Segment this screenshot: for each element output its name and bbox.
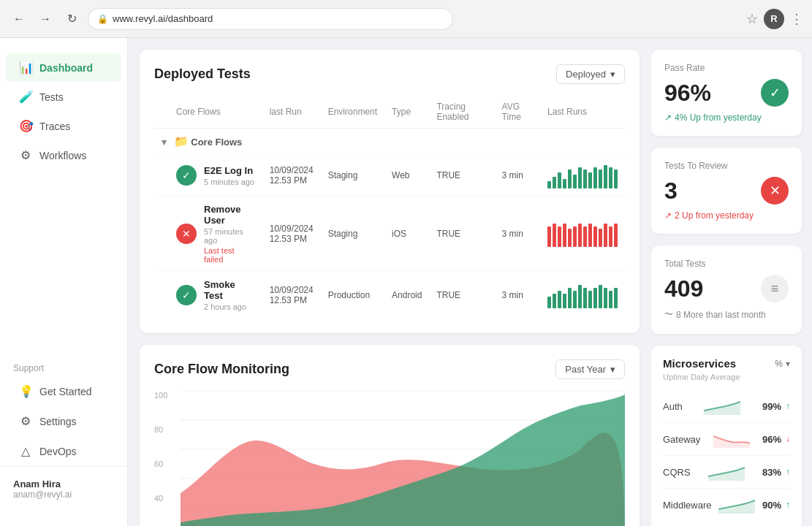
bar-segment — [558, 291, 561, 308]
total-tests-icon: ≡ — [761, 275, 789, 302]
col-environment: Environment — [321, 96, 384, 129]
last-run-time: 12.53 PM — [270, 175, 314, 186]
sparkline — [718, 496, 755, 514]
bar-segment — [593, 167, 597, 188]
sidebar-label-dashboard: Dashboard — [39, 62, 93, 74]
status-pass-badge: ✓ — [176, 285, 197, 305]
col-tracing: Tracing Enabled — [429, 96, 494, 129]
microservices-pct-toggle[interactable]: % ▾ — [775, 359, 790, 369]
bar-segment — [578, 167, 582, 188]
chart-header: Core Flow Monitoring Past Year ▾ — [154, 359, 625, 379]
table-row[interactable]: ✕ Remove User 57 minutes ago Last test f… — [154, 197, 625, 272]
bar-segment — [558, 172, 561, 188]
bar-segment — [563, 224, 566, 247]
back-button[interactable]: ← — [9, 9, 29, 29]
bar-segment — [573, 226, 577, 247]
app-container: 📊 Dashboard 🧪 Tests 🎯 Traces ⚙ Workflows… — [0, 0, 812, 526]
test-time-ago: 5 minutes ago — [204, 178, 254, 186]
sidebar-item-get-started[interactable]: 💡 Get Started — [6, 377, 121, 405]
tests-table: Core Flows last Run Environment Type Tra… — [154, 96, 625, 319]
bar-segment — [578, 285, 582, 308]
address-bar[interactable]: 🔒 www.revyl.ai/dashboard — [88, 8, 453, 30]
settings-icon: ⚙ — [19, 414, 32, 428]
environment-cell: Staging — [321, 197, 384, 272]
chart-filter-dropdown[interactable]: Past Year ▾ — [555, 359, 625, 379]
type-cell: Web — [384, 155, 429, 197]
chart-svg — [181, 391, 625, 526]
chevron-down-icon: ▾ — [610, 69, 615, 80]
profile-avatar[interactable]: R — [764, 9, 784, 29]
core-flow-monitoring-card: Core Flow Monitoring Past Year ▾ 100 80 … — [140, 345, 640, 526]
bar-segment — [568, 229, 572, 247]
col-type: Type — [384, 96, 429, 129]
forward-button[interactable]: → — [35, 9, 56, 29]
test-name-cell: ✓ E2E Log In 5 minutes ago — [176, 165, 255, 186]
sidebar-label-tests: Tests — [39, 91, 64, 103]
pass-rate-card: Pass Rate 96% ✓ ↗ 4% Up from yesterday — [651, 50, 802, 136]
sidebar-item-dashboard[interactable]: 📊 Dashboard — [6, 53, 121, 82]
bar-segment — [604, 224, 607, 247]
bar-segment — [599, 169, 602, 188]
sidebar-item-traces[interactable]: 🎯 Traces — [6, 112, 121, 140]
dashboard-icon: 📊 — [19, 61, 32, 75]
group-chevron-icon[interactable]: ▾ — [162, 137, 167, 148]
microservice-name: Middleware — [663, 500, 711, 511]
total-tests-label: Total Tests — [664, 259, 789, 269]
get-started-icon: 💡 — [19, 384, 32, 398]
bar-segment — [547, 226, 551, 247]
bar-segment — [588, 172, 592, 188]
sidebar-item-tests[interactable]: 🧪 Tests — [6, 83, 121, 111]
microservice-name: Auth — [663, 401, 683, 412]
microservice-pct: 90% — [762, 500, 781, 511]
sparkline — [708, 463, 745, 481]
browser-menu-button[interactable]: ⋮ — [790, 11, 803, 27]
environment-cell: Production — [321, 272, 384, 319]
pass-rate-label: Pass Rate — [664, 63, 789, 73]
last-run-time: 12.53 PM — [270, 234, 314, 244]
bar-segment — [583, 169, 587, 188]
bar-segment — [573, 291, 577, 308]
chart-y-labels: 100 80 60 40 20 — [154, 391, 181, 526]
sidebar-label-devops: DevOps — [39, 446, 77, 457]
sidebar-label-settings: Settings — [39, 416, 77, 427]
test-name-cell: ✓ Smoke Test 2 hours ago — [176, 279, 255, 311]
lock-icon: 🔒 — [97, 14, 108, 24]
chart-area — [181, 391, 625, 526]
tests-to-review-value: 3 — [664, 178, 678, 205]
tests-to-review-trend: ↗ 2 Up from yesterday — [664, 210, 789, 221]
table-row[interactable]: ✓ Smoke Test 2 hours ago 10/09/2024 12.5… — [154, 272, 625, 319]
mini-bars — [547, 282, 618, 308]
status-fail-badge: ✕ — [176, 224, 197, 244]
deployed-tests-header: Deployed Tests Deployed ▾ — [154, 64, 625, 84]
bar-segment — [614, 224, 618, 247]
deployed-dropdown[interactable]: Deployed ▾ — [556, 64, 625, 84]
pass-rate-icon: ✓ — [761, 79, 789, 107]
tracing-cell: TRUE — [429, 197, 494, 272]
microservice-row: CQRS 83% ↑ — [663, 456, 790, 489]
bar-segment — [593, 226, 597, 247]
avg-time-cell: 3 min — [495, 155, 540, 197]
pass-rate-value: 96% — [664, 80, 711, 107]
bar-segment — [563, 294, 566, 308]
sidebar-item-devops[interactable]: △ DevOps — [6, 437, 121, 465]
reload-button[interactable]: ↻ — [61, 9, 82, 29]
test-failed-label: Last test failed — [204, 246, 255, 264]
microservice-pct: 83% — [762, 467, 781, 478]
bookmark-button[interactable]: ☆ — [746, 11, 758, 27]
bar-segment — [573, 175, 577, 188]
last-run-date: 10/09/2024 — [270, 224, 314, 234]
total-tests-card: Total Tests 409 ≡ 〜 8 More than last mon… — [651, 245, 802, 334]
col-last-run: last Run — [262, 96, 321, 129]
bar-segment — [609, 167, 612, 188]
sidebar-item-workflows[interactable]: ⚙ Workflows — [6, 141, 121, 169]
chart-title: Core Flow Monitoring — [154, 362, 289, 377]
chart-chevron-icon: ▾ — [610, 364, 615, 375]
bar-segment — [588, 291, 592, 308]
sidebar-nav: 📊 Dashboard 🧪 Tests 🎯 Traces ⚙ Workflows — [0, 53, 127, 354]
main-content: Deployed Tests Deployed ▾ Core Flows las… — [128, 38, 651, 526]
table-row[interactable]: ✓ E2E Log In 5 minutes ago 10/09/2024 12… — [154, 155, 625, 197]
bar-segment — [553, 294, 556, 308]
tests-to-review-row: 3 ✕ — [664, 177, 789, 205]
test-name-cell: ✕ Remove User 57 minutes ago Last test f… — [176, 204, 255, 264]
sidebar-item-settings[interactable]: ⚙ Settings — [6, 407, 121, 435]
